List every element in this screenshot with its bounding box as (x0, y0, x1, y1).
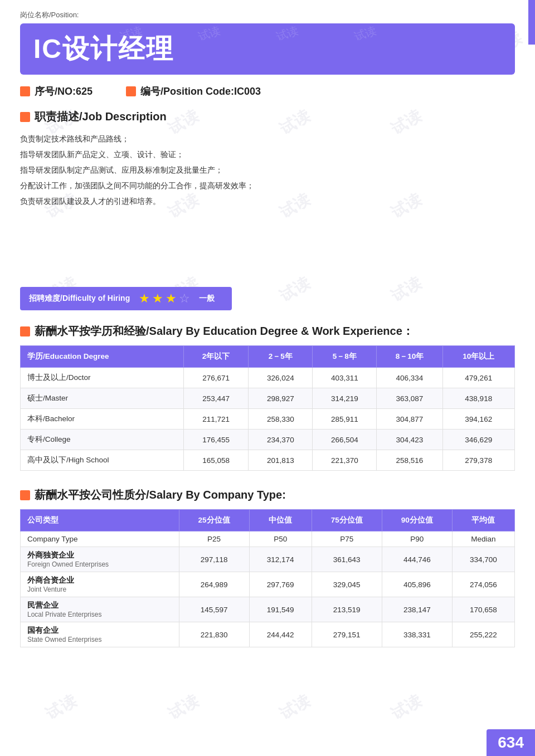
val-cell: 258,330 (249, 409, 313, 430)
val-cell: 213,519 (312, 597, 382, 622)
job-desc-header: 职责描述/Job Description (20, 109, 515, 124)
degree-cell: 博士及以上/Doctor (21, 368, 184, 388)
company-name-zh: 外商独资企业 (27, 550, 174, 560)
val-cell: 363,087 (377, 388, 442, 409)
val-cell: 221,370 (313, 450, 377, 471)
val-cell: 264,989 (179, 572, 249, 597)
position-title: IC设计经理 (33, 31, 502, 67)
no-item: 序号/NO:625 (20, 85, 93, 98)
sub-p75: P75 (312, 531, 382, 547)
code-item: 编号/Position Code:IC003 (126, 85, 261, 98)
val-cell: 312,174 (249, 547, 312, 572)
star-3: ★ (166, 291, 177, 306)
val-cell: 253,447 (183, 388, 248, 409)
val-cell: 298,927 (249, 388, 313, 409)
val-cell: 361,643 (312, 547, 382, 572)
job-desc-line-4: 分配设计工作，加强团队之间不同功能的分工合作，提高研发效率； (20, 178, 515, 193)
company-name-cell: 外商独资企业 Foreign Owned Enterprises (21, 547, 179, 572)
val-cell: 326,024 (249, 368, 313, 388)
table-row: 高中及以下/High School 165,058 201,813 221,37… (21, 450, 515, 471)
val-cell: 403,311 (313, 368, 377, 388)
val-cell: 221,830 (179, 622, 249, 647)
salary-company-table: 公司类型 25分位值 中位值 75分位值 90分位值 平均值 Company T… (20, 509, 515, 647)
table-row: 专科/College 176,455 234,370 266,504 304,4… (21, 430, 515, 450)
table-row: 民营企业 Local Private Enterprises 145,597 1… (21, 597, 515, 622)
table-row: 国有企业 State Owned Enterprises 221,830 244… (21, 622, 515, 647)
val-cell: 285,911 (313, 409, 377, 430)
company-name-zh: 民营企业 (27, 601, 174, 611)
company-col-header: 公司类型 (21, 510, 179, 531)
val-cell: 201,813 (249, 450, 313, 471)
star-1: ★ (139, 291, 150, 306)
val-cell: 297,769 (249, 572, 312, 597)
degree-cell: 高中及以下/High School (21, 450, 184, 471)
val-cell: 176,455 (183, 430, 248, 450)
sub-p50: P50 (249, 531, 312, 547)
sub-median: Median (452, 531, 514, 547)
company-name-cell: 民营企业 Local Private Enterprises (21, 597, 179, 622)
val-cell: 338,331 (382, 622, 452, 647)
content-spacer (20, 220, 515, 287)
company-name-en: Joint Venture (27, 586, 174, 593)
no-label: 序号/NO:625 (35, 85, 93, 98)
job-desc-line-1: 负责制定技术路线和产品路线； (20, 131, 515, 147)
position-label: 岗位名称/Position: (20, 10, 515, 20)
exp-col-2: 5－8年 (313, 346, 377, 368)
val-cell: 406,334 (377, 368, 442, 388)
val-cell: 444,746 (382, 547, 452, 572)
val-cell: 314,219 (313, 388, 377, 409)
val-cell: 211,721 (183, 409, 248, 430)
hiring-difficulty-bar: 招聘难度/Difficulty of Hiring ★ ★ ★ ☆ 一般 (20, 287, 232, 310)
val-cell: 145,597 (179, 597, 249, 622)
salary-company-header: 薪酬水平按公司性质分/Salary By Company Type: (20, 487, 515, 503)
table-row: 本科/Bachelor 211,721 258,330 285,911 304,… (21, 409, 515, 430)
val-cell: 304,423 (377, 430, 442, 450)
p25-col-header: 25分位值 (179, 510, 249, 531)
company-name-zh: 国有企业 (27, 626, 174, 636)
val-cell: 394,162 (442, 409, 515, 430)
exp-col-3: 8－10年 (377, 346, 442, 368)
table-row: 外商合资企业 Joint Venture 264,989 297,769 329… (21, 572, 515, 597)
val-cell: 438,918 (442, 388, 515, 409)
job-desc-line-5: 负责研发团队建设及人才的引进和培养。 (20, 193, 515, 209)
val-cell: 479,261 (442, 368, 515, 388)
salary-edu-title: 薪酬水平按学历和经验/Salary By Education Degree & … (35, 324, 414, 339)
degree-cell: 硕士/Master (21, 388, 184, 409)
job-description: 负责制定技术路线和产品路线； 指导研发团队新产品定义、立项、设计、验证； 指导研… (20, 131, 515, 209)
salary-edu-accent (20, 326, 30, 336)
val-cell: 405,896 (382, 572, 452, 597)
salary-edu-header: 薪酬水平按学历和经验/Salary By Education Degree & … (20, 324, 515, 339)
job-desc-line-2: 指导研发团队新产品定义、立项、设计、验证； (20, 147, 515, 162)
main-content: 岗位名称/Position: 试读 试读 试读 试读 IC设计经理 序号/NO:… (0, 0, 535, 667)
star-4: ☆ (179, 291, 190, 306)
exp-col-0: 2年以下 (183, 346, 248, 368)
val-cell: 334,700 (452, 547, 514, 572)
val-cell: 191,549 (249, 597, 312, 622)
table-row: 博士及以上/Doctor 276,671 326,024 403,311 406… (21, 368, 515, 388)
p90-col-header: 90分位值 (382, 510, 452, 531)
no-accent (20, 86, 30, 96)
val-cell: 165,058 (183, 450, 248, 471)
code-label: 编号/Position Code:IC003 (140, 85, 261, 98)
val-cell: 297,118 (179, 547, 249, 572)
hiring-label: 招聘难度/Difficulty of Hiring (29, 294, 130, 304)
info-row: 序号/NO:625 编号/Position Code:IC003 (20, 85, 515, 98)
val-cell: 304,877 (377, 409, 442, 430)
degree-cell: 本科/Bachelor (21, 409, 184, 430)
exp-col-1: 2－5年 (249, 346, 313, 368)
val-cell: 274,056 (452, 572, 514, 597)
company-name-en: Foreign Owned Enterprises (27, 560, 174, 568)
val-cell: 346,629 (442, 430, 515, 450)
company-name-zh: 外商合资企业 (27, 575, 174, 586)
val-cell: 255,222 (452, 622, 514, 647)
val-cell: 266,504 (313, 430, 377, 450)
job-desc-title: 职责描述/Job Description (35, 109, 167, 124)
val-cell: 238,147 (382, 597, 452, 622)
company-name-en: State Owned Enterprises (27, 636, 174, 643)
val-cell: 234,370 (249, 430, 313, 450)
company-name-en: Local Private Enterprises (27, 611, 174, 618)
salary-company-title: 薪酬水平按公司性质分/Salary By Company Type: (35, 487, 286, 503)
star-2: ★ (152, 291, 163, 306)
company-name-cell: 外商合资企业 Joint Venture (21, 572, 179, 597)
table-row: 硕士/Master 253,447 298,927 314,219 363,08… (21, 388, 515, 409)
